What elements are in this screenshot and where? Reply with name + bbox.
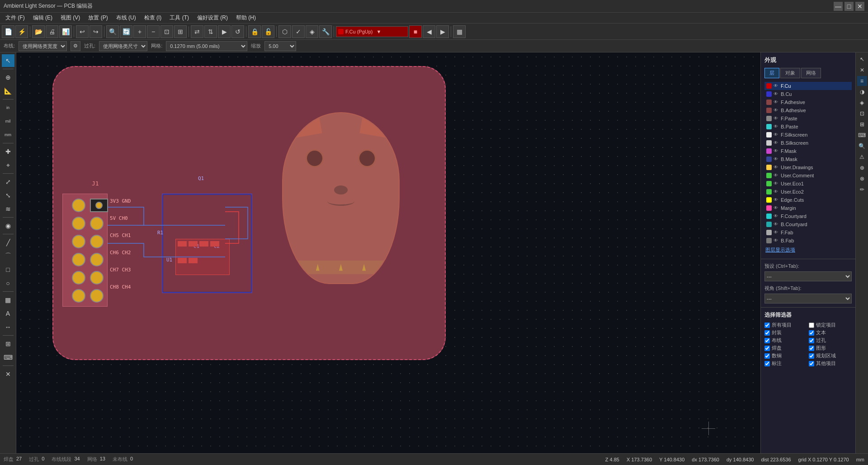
prev-layer-button[interactable]: ◀ xyxy=(423,25,435,38)
rt-pos-btn[interactable]: ⊗ xyxy=(857,174,867,184)
dimension-tool[interactable]: ↔ xyxy=(2,321,14,333)
zoom-out-button[interactable]: − xyxy=(147,25,160,38)
layer-visibility-edge-cuts[interactable]: 👁 xyxy=(774,197,779,203)
layer-item-f-fab[interactable]: 👁F.Fab xyxy=(764,228,852,237)
inspect-tool[interactable]: ⊕ xyxy=(2,71,14,84)
search-button[interactable]: 🔍 xyxy=(106,25,119,38)
snap-tool[interactable]: ✚ xyxy=(2,145,14,158)
diff-pair-tool[interactable]: ≋ xyxy=(2,203,14,215)
tab-net[interactable]: 网络 xyxy=(801,68,821,78)
layer-item-b-courtyard[interactable]: 👁B.Courtyard xyxy=(764,220,852,228)
layer-visibility-user-eco2[interactable]: 👁 xyxy=(774,189,779,195)
layer-visibility-b-courtyard[interactable]: 👁 xyxy=(774,222,779,227)
undo-button[interactable]: ↩ xyxy=(76,25,89,38)
mm-tool[interactable]: mm xyxy=(2,128,14,141)
layer-item-edge-cuts[interactable]: 👁Edge.Cuts xyxy=(764,196,852,204)
zoom-in-button[interactable]: + xyxy=(133,25,146,38)
tab-objects[interactable]: 对象 xyxy=(780,68,800,78)
sel-checkbox-标注[interactable] xyxy=(764,361,770,366)
sel-checkbox-规划区域[interactable] xyxy=(809,353,814,359)
rt-layers-btn[interactable]: ≡ xyxy=(857,76,867,86)
close-button[interactable]: ✕ xyxy=(855,2,864,11)
menu-帮助[interactable]: 帮助 (H) xyxy=(232,13,259,23)
rt-select-btn[interactable]: ↖ xyxy=(857,54,867,64)
layer-visibility-user-drawings[interactable]: 👁 xyxy=(774,165,779,170)
layer-item-user-comment[interactable]: 👁User.Comment xyxy=(764,171,852,180)
layer-visibility-f-mask[interactable]: 👁 xyxy=(774,148,779,154)
layer-visibility-user-comment[interactable]: 👁 xyxy=(774,173,779,178)
menu-文件[interactable]: 文件 (F) xyxy=(2,13,28,23)
pcb-wizard-button[interactable]: ⚡ xyxy=(15,25,28,38)
layer-visibility-b-mask[interactable]: 👁 xyxy=(774,157,779,162)
drc-button[interactable]: ✓ xyxy=(292,25,305,38)
trace-width-select[interactable]: 使用网络类宽度 xyxy=(19,41,67,51)
via-size-select[interactable]: 使用网络类尺寸 xyxy=(99,41,147,51)
rt-netinspect-btn[interactable]: ⊡ xyxy=(857,109,867,119)
layer-item-f-adhesive[interactable]: 👁F.Adhesive xyxy=(764,98,852,106)
zone-tool[interactable]: ▦ xyxy=(2,294,14,306)
layer-item-f-cu[interactable]: 👁F.Cu xyxy=(764,82,852,90)
highlight-button[interactable]: ■ xyxy=(409,25,422,38)
rt-search-btn[interactable]: 🔍 xyxy=(857,141,867,151)
sel-checkbox-文本[interactable] xyxy=(809,330,814,336)
rt-prop-btn[interactable]: ⊞ xyxy=(857,119,867,129)
layer-item-b-mask[interactable]: 👁B.Mask xyxy=(764,155,852,163)
layer-visibility-user-eco1[interactable]: 👁 xyxy=(774,181,779,186)
layer-item-b-cu[interactable]: 👁B.Cu xyxy=(764,90,852,98)
layer-item-margin[interactable]: 👁Margin xyxy=(764,204,852,212)
rt-scriptconsole-btn[interactable]: ⌨ xyxy=(857,130,867,140)
menu-布线[interactable]: 布线 (U) xyxy=(113,13,140,23)
grid-select[interactable]: 0.1270 mm (5.00 mils) xyxy=(166,41,247,51)
sel-checkbox-锁定项目[interactable] xyxy=(809,323,814,328)
draw-circle-tool[interactable]: ○ xyxy=(2,277,14,289)
view-select[interactable]: --- xyxy=(764,294,852,304)
layer-visibility-f-silkscreen[interactable]: 👁 xyxy=(774,132,779,138)
delete-tool[interactable]: ✕ xyxy=(2,368,14,380)
menu-工具[interactable]: 工具 (T) xyxy=(166,13,193,23)
layer-visibility-f-paste[interactable]: 👁 xyxy=(774,116,779,121)
mirror-button[interactable]: ▶ xyxy=(218,25,231,38)
rt-appearance-btn[interactable]: ◑ xyxy=(857,87,867,97)
layer-visibility-b-fab[interactable]: 👁 xyxy=(774,238,779,243)
layer-visibility-f-adhesive[interactable]: 👁 xyxy=(774,100,779,105)
menu-放置[interactable]: 放置 (P) xyxy=(85,13,111,23)
lock-button[interactable]: 🔒 xyxy=(248,25,261,38)
sel-checkbox-过孔[interactable] xyxy=(809,338,814,343)
pcb-canvas-area[interactable]: J1 xyxy=(16,52,760,453)
layer-item-user-eco2[interactable]: 👁User.Eco2 xyxy=(764,188,852,196)
layer-selector[interactable]: F.Cu (PgUp) ▼ xyxy=(336,26,408,37)
layer-visibility-f-courtyard[interactable]: 👁 xyxy=(774,214,779,219)
layer-visibility-b-paste[interactable]: 👁 xyxy=(774,124,779,129)
layer-item-f-mask[interactable]: 👁F.Mask xyxy=(764,147,852,155)
maximize-button[interactable]: □ xyxy=(844,2,854,11)
display-options-link[interactable]: 图层显示选项 xyxy=(764,245,852,255)
tab-layers[interactable]: 层 xyxy=(764,68,779,78)
mil-tool[interactable]: mil xyxy=(2,115,14,128)
layer-visibility-b-adhesive[interactable]: 👁 xyxy=(774,108,779,113)
layer-visibility-b-cu[interactable]: 👁 xyxy=(774,91,779,97)
menu-编辑[interactable]: 编辑 (E) xyxy=(29,13,56,23)
layer-visibility-margin[interactable]: 👁 xyxy=(774,205,779,211)
draw-line-tool[interactable]: ╱ xyxy=(2,236,14,249)
layer-item-f-paste[interactable]: 👁F.Paste xyxy=(764,114,852,123)
new-button[interactable]: 📄 xyxy=(2,25,14,38)
layer-item-b-adhesive[interactable]: 👁B.Adhesive xyxy=(764,106,852,114)
rt-edit-btn[interactable]: ✏ xyxy=(857,185,867,195)
sel-checkbox-所有项目[interactable] xyxy=(764,323,770,328)
preset-select[interactable]: --- xyxy=(764,271,852,281)
netlist-button[interactable]: ⬡ xyxy=(278,25,291,38)
layer-item-user-drawings[interactable]: 👁User.Drawings xyxy=(764,163,852,171)
layer-item-b-paste[interactable]: 👁B.Paste xyxy=(764,123,852,131)
layer-item-b-fab[interactable]: 👁B.Fab xyxy=(764,237,852,245)
rt-drc-btn[interactable]: ⚠ xyxy=(857,152,867,162)
draw-arc-tool[interactable]: ⌒ xyxy=(2,250,14,262)
open-button[interactable]: 📂 xyxy=(32,25,45,38)
interactive-route-tool[interactable]: ⤡ xyxy=(2,189,14,202)
draw-rect-tool[interactable]: □ xyxy=(2,263,14,276)
sel-checkbox-布线[interactable] xyxy=(764,338,770,343)
sel-checkbox-图形[interactable] xyxy=(809,346,814,351)
flip2-button[interactable]: ⇅ xyxy=(204,25,217,38)
layer-item-f-courtyard[interactable]: 👁F.Courtyard xyxy=(764,212,852,220)
measure-tool[interactable]: 📐 xyxy=(2,85,14,97)
text-tool[interactable]: A xyxy=(2,307,14,320)
